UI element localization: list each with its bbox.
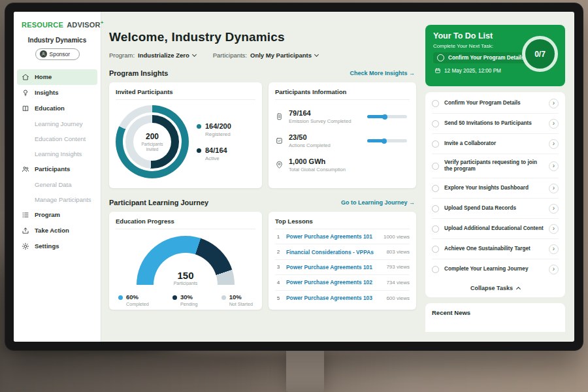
sidebar-item-home[interactable]: Home — [17, 69, 97, 85]
chevron-right-icon[interactable]: › — [549, 139, 559, 149]
progress-bar — [367, 115, 407, 118]
main-content: Welcome, Industry Dynamics Program: Indu… — [101, 12, 423, 342]
task-list-card: Confirm Your Program Details › Send 50 I… — [425, 92, 565, 297]
chevron-right-icon[interactable]: › — [549, 161, 559, 171]
task-row[interactable]: Invite a Collaborator › — [432, 134, 559, 154]
legend-item: 10% Not Started — [221, 293, 253, 307]
monitor-frame: RESOURCE ADVISOR+ Industry Dynamics Spon… — [5, 3, 583, 351]
home-icon — [22, 73, 29, 81]
list-icon — [22, 211, 29, 219]
participants-filter-value: Only My Participants — [250, 52, 312, 59]
chevron-right-icon[interactable]: › — [549, 204, 559, 214]
sidebar-item-learning-journey[interactable]: Learning Journey — [14, 116, 101, 131]
lesson-row[interactable]: 5 Power Purchase Agreements 103 600 view… — [275, 291, 410, 306]
sidebar-item-participants[interactable]: Participants — [14, 161, 101, 177]
sponsor-badge[interactable]: Sponsor — [35, 48, 80, 60]
sidebar-item-general-data[interactable]: General Data — [14, 177, 101, 192]
card-title: Top Lessons — [275, 218, 410, 229]
program-insights-header: Program Insights Check More Insights → — [109, 69, 415, 77]
sidebar-item-settings[interactable]: Settings — [14, 238, 101, 254]
legend-dot — [197, 148, 201, 153]
sidebar-item-insights[interactable]: Insights — [14, 85, 101, 101]
lesson-row[interactable]: 2 Financial Considerations - VPPAs 803 v… — [275, 244, 410, 259]
task-row[interactable]: Upload Spend Data Records › — [432, 199, 559, 219]
participants-filter[interactable]: Participants: Only My Participants — [213, 52, 318, 59]
check-more-insights-link[interactable]: Check More Insights → — [350, 70, 415, 76]
sidebar-item-program[interactable]: Program — [14, 207, 101, 223]
section-title: Program Insights — [109, 69, 168, 77]
task-checkbox[interactable] — [432, 163, 439, 170]
nav-label: Home — [35, 73, 52, 80]
sidebar-item-take-action[interactable]: Take Action — [14, 223, 101, 238]
nav-label: Learning Journey — [35, 120, 82, 127]
chevron-right-icon[interactable]: › — [549, 224, 559, 234]
brand-secondary: ADVISOR — [67, 21, 101, 29]
sidebar-item-learning-insights[interactable]: Learning Insights — [14, 146, 101, 161]
person-icon — [40, 50, 47, 57]
program-filter-label: Program: — [109, 52, 135, 59]
task-row[interactable]: Confirm Your Program Details › — [432, 93, 559, 114]
chevron-right-icon[interactable]: › — [549, 265, 559, 274]
task-checkbox[interactable] — [437, 54, 444, 61]
next-task-row[interactable]: Confirm Your Program Details — [433, 52, 529, 63]
insights-cards-row: Invited Participants 200 Participants In… — [109, 82, 416, 188]
lesson-link[interactable]: Power Purchase Agreements 101 — [286, 264, 382, 270]
chevron-right-icon[interactable]: › — [549, 119, 559, 129]
task-checkbox[interactable] — [432, 205, 439, 212]
sidebar-item-education[interactable]: Education — [14, 101, 101, 116]
task-checkbox[interactable] — [432, 266, 439, 273]
sidebar-item-education-content[interactable]: Education Content — [14, 131, 101, 146]
task-checkbox[interactable] — [432, 140, 439, 148]
todo-summary-card: Your To Do List Complete Your Next Task:… — [425, 25, 565, 86]
sidebar-item-manage-participants[interactable]: Manage Participants — [14, 192, 101, 207]
participants-filter-label: Participants: — [213, 52, 247, 59]
task-row[interactable]: Complete Your Learning Journey › — [432, 259, 559, 279]
learning-journey-header: Participant Learning Journey Go to Learn… — [109, 199, 415, 206]
nav-label: Participants — [35, 165, 70, 172]
legend-dot — [118, 295, 123, 300]
lightbulb-icon — [22, 89, 29, 97]
recent-news-title: Recent News — [432, 309, 559, 316]
lesson-link[interactable]: Power Purchase Agreements 102 — [286, 279, 382, 286]
task-checkbox[interactable] — [432, 120, 439, 127]
task-row[interactable]: Explore Your Insights Dashboard › — [432, 178, 559, 199]
background-photo: RESOURCE ADVISOR+ Industry Dynamics Spon… — [0, 0, 588, 392]
nav-label: Education — [35, 105, 65, 112]
book-icon — [22, 105, 29, 112]
legend-item: 84/164 Active — [197, 146, 231, 161]
stat-row: 23/50 Actions Completed — [275, 133, 410, 148]
go-to-learning-journey-link[interactable]: Go to Learning Journey → — [341, 199, 415, 206]
calendar-icon — [434, 67, 441, 74]
legend-item: 164/200 Registered — [197, 122, 231, 137]
program-filter[interactable]: Program: Industrialize Zero — [109, 52, 196, 59]
sidebar-nav: Home Insights Education Learning Journey — [14, 69, 101, 254]
lesson-link[interactable]: Power Purchase Agreements 101 — [286, 233, 379, 240]
top-lessons-card: Top Lessons 1 Power Purchase Agreements … — [269, 212, 416, 310]
lesson-row[interactable]: 1 Power Purchase Agreements 101 1000 vie… — [275, 229, 410, 244]
task-row[interactable]: Upload Additional Educational Content › — [432, 219, 559, 239]
task-checkbox[interactable] — [432, 100, 439, 107]
recent-news-card[interactable]: Recent News — [425, 303, 565, 332]
chevron-right-icon[interactable]: › — [549, 244, 559, 254]
collapse-tasks-link[interactable]: Collapse Tasks — [432, 279, 559, 295]
lesson-link[interactable]: Financial Considerations - VPPAs — [286, 249, 382, 255]
location-pin-icon — [275, 161, 284, 169]
lesson-link[interactable]: Power Purchase Agreements 103 — [286, 295, 382, 301]
donut-center-label: Participants Invited — [138, 142, 167, 152]
task-row[interactable]: Send 50 Invitations to Participants › — [432, 114, 559, 134]
nav-label: Settings — [35, 242, 59, 250]
task-checkbox[interactable] — [432, 185, 439, 192]
task-row[interactable]: Verify participants requesting to join t… — [432, 154, 559, 178]
task-checkbox[interactable] — [432, 246, 439, 253]
chevron-right-icon[interactable]: › — [549, 99, 559, 108]
task-checkbox[interactable] — [432, 225, 439, 233]
stat-row: 79/164 Emission Survey Completed — [275, 109, 410, 124]
lesson-row[interactable]: 4 Power Purchase Agreements 102 734 view… — [275, 275, 410, 290]
task-row[interactable]: Achieve One Sustainability Target › — [432, 239, 559, 259]
nav-label: Manage Participants — [35, 196, 91, 203]
sponsor-label: Sponsor — [50, 51, 71, 57]
chevron-up-icon — [516, 287, 521, 291]
chevron-right-icon[interactable]: › — [549, 184, 559, 193]
lesson-row[interactable]: 3 Power Purchase Agreements 101 793 view… — [275, 260, 410, 275]
filters-row: Program: Industrialize Zero Participants… — [109, 52, 423, 59]
